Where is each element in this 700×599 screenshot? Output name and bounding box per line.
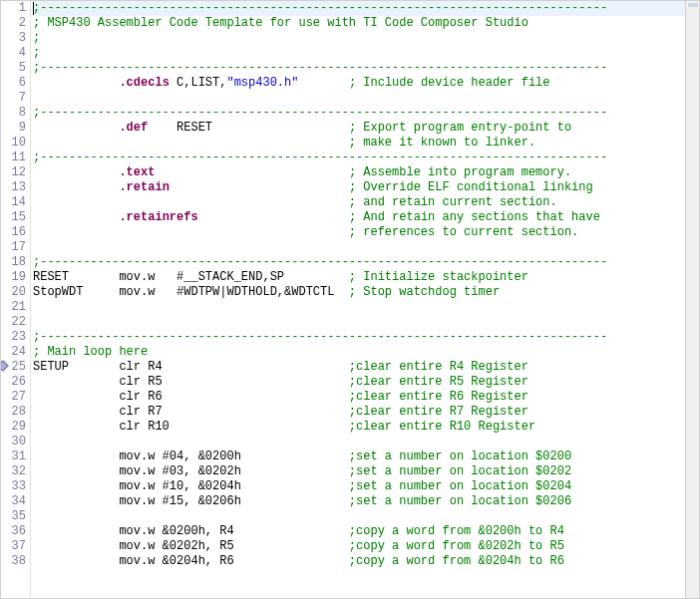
code-line[interactable]: .retainrefs ; And retain any sections th…: [33, 210, 699, 225]
code-token: clr R7: [33, 405, 349, 419]
line-number: 28: [1, 405, 26, 420]
code-line[interactable]: mov.w &0204h, R6 ;copy a word from &0204…: [33, 554, 699, 569]
code-line[interactable]: ; and retain current section.: [33, 195, 699, 210]
code-line[interactable]: .def RESET ; Export program entry-point …: [33, 121, 699, 136]
code-line[interactable]: ; Main loop here: [33, 345, 699, 360]
code-token: clr R6: [33, 390, 349, 404]
line-number: 13: [1, 180, 26, 195]
code-line[interactable]: .text ; Assemble into program memory.: [33, 165, 699, 180]
line-number: 37: [1, 539, 26, 554]
code-token: [33, 210, 119, 224]
text-cursor: [33, 2, 34, 15]
code-token: ;copy a word from &0200h to R4: [349, 524, 564, 538]
line-number: 3: [1, 31, 26, 46]
code-line[interactable]: ;---------------------------------------…: [33, 61, 699, 76]
line-number: 26: [1, 375, 26, 390]
line-number: 34: [1, 494, 26, 509]
code-token: [33, 76, 119, 90]
code-token: ;set a number on location $0200: [349, 449, 571, 463]
code-line[interactable]: ; MSP430 Assembler Code Template for use…: [33, 16, 699, 31]
code-token: ; references to current section.: [349, 225, 578, 239]
code-token: mov.w &0204h, R6: [33, 554, 349, 568]
code-line[interactable]: clr R10 ;clear entire R10 Register: [33, 420, 699, 435]
code-line[interactable]: mov.w &0200h, R4 ;copy a word from &0200…: [33, 524, 699, 539]
code-token: ;set a number on location $0204: [349, 479, 571, 493]
code-token: ; Override ELF conditional linking: [349, 180, 593, 194]
code-editor[interactable]: 1234567891011121314151617181920212223242…: [1, 1, 699, 598]
code-line[interactable]: ; references to current section.: [33, 225, 699, 240]
code-token: "msp430.h": [226, 76, 298, 90]
code-line[interactable]: ; make it known to linker.: [33, 136, 699, 150]
line-number: 38: [1, 554, 26, 569]
code-token: ; And retain any sections that have: [349, 210, 600, 224]
code-line[interactable]: clr R6 ;clear entire R6 Register: [33, 390, 699, 405]
code-line[interactable]: ;: [33, 31, 699, 46]
code-token: RESET: [148, 121, 349, 135]
code-token: [33, 121, 119, 135]
code-line[interactable]: ;---------------------------------------…: [33, 1, 699, 16]
code-token: ;clear entire R5 Register: [349, 375, 528, 389]
code-token: ; make it known to linker.: [349, 136, 535, 150]
code-token: ;clear entire R10 Register: [349, 420, 535, 434]
code-token: ; Include device header file: [349, 76, 550, 90]
code-line[interactable]: ;---------------------------------------…: [33, 150, 699, 165]
code-token: SETUP clr R4: [33, 360, 349, 374]
line-number: 31: [1, 449, 26, 464]
line-number: 4: [1, 46, 26, 61]
code-line[interactable]: [33, 240, 699, 255]
code-line[interactable]: StopWDT mov.w #WDTPW|WDTHOLD,&WDTCTL ; S…: [33, 285, 699, 300]
code-line[interactable]: [33, 509, 699, 524]
code-area[interactable]: ;---------------------------------------…: [31, 1, 699, 598]
line-number: 2: [1, 16, 26, 31]
code-line[interactable]: clr R7 ;clear entire R7 Register: [33, 405, 699, 420]
code-token: [33, 225, 349, 239]
code-line[interactable]: mov.w #03, &0202h ;set a number on locat…: [33, 464, 699, 479]
line-number: 33: [1, 479, 26, 494]
code-line[interactable]: clr R5 ;clear entire R5 Register: [33, 375, 699, 390]
code-line[interactable]: mov.w #15, &0206h ;set a number on locat…: [33, 494, 699, 509]
code-token: .retain: [119, 180, 169, 194]
code-line[interactable]: ;---------------------------------------…: [33, 330, 699, 345]
line-number: 35: [1, 509, 26, 524]
code-token: ;set a number on location $0202: [349, 464, 571, 478]
code-line[interactable]: [33, 315, 699, 330]
line-number: 20: [1, 285, 26, 300]
code-token: ;copy a word from &0204h to R6: [349, 554, 564, 568]
code-token: ;---------------------------------------…: [33, 150, 607, 164]
code-line[interactable]: .cdecls C,LIST,"msp430.h" ; Include devi…: [33, 76, 699, 91]
code-line[interactable]: RESET mov.w #__STACK_END,SP ; Initialize…: [33, 270, 699, 285]
code-token: [33, 165, 119, 179]
breakpoint-marker-icon[interactable]: [0, 360, 9, 371]
code-token: ; Initialize stackpointer: [349, 270, 528, 284]
line-number: 24: [1, 345, 26, 360]
code-line[interactable]: ;: [33, 46, 699, 61]
code-token: ;set a number on location $0206: [349, 494, 571, 508]
code-line[interactable]: [33, 435, 699, 449]
line-number: 23: [1, 330, 26, 345]
code-line[interactable]: mov.w #04, &0200h ;set a number on locat…: [33, 449, 699, 464]
code-token: clr R5: [33, 375, 349, 389]
code-line[interactable]: SETUP clr R4 ;clear entire R4 Register: [33, 360, 699, 375]
line-number: 8: [1, 106, 26, 121]
line-number: 32: [1, 464, 26, 479]
code-line[interactable]: ;---------------------------------------…: [33, 255, 699, 270]
code-line[interactable]: .retain ; Override ELF conditional linki…: [33, 180, 699, 195]
code-token: C,LIST,: [170, 76, 227, 90]
code-line[interactable]: [33, 91, 699, 106]
code-line[interactable]: mov.w #10, &0204h ;set a number on locat…: [33, 479, 699, 494]
line-number: 36: [1, 524, 26, 539]
code-token: .retainrefs: [119, 210, 197, 224]
ruler-mark: [688, 3, 698, 7]
code-line[interactable]: ;---------------------------------------…: [33, 106, 699, 121]
line-number: 1: [1, 1, 26, 16]
line-number: 10: [1, 136, 26, 150]
code-token: ; Assemble into program memory.: [349, 165, 571, 179]
code-token: ;---------------------------------------…: [33, 106, 607, 120]
code-token: ;copy a word from &0202h to R5: [349, 539, 564, 553]
code-token: StopWDT mov.w #WDTPW|WDTHOLD,&WDTCTL: [33, 285, 349, 299]
code-line[interactable]: mov.w &0202h, R5 ;copy a word from &0202…: [33, 539, 699, 554]
line-number: 11: [1, 150, 26, 165]
code-line[interactable]: [33, 300, 699, 315]
line-number: 18: [1, 255, 26, 270]
overview-ruler[interactable]: [685, 1, 699, 598]
